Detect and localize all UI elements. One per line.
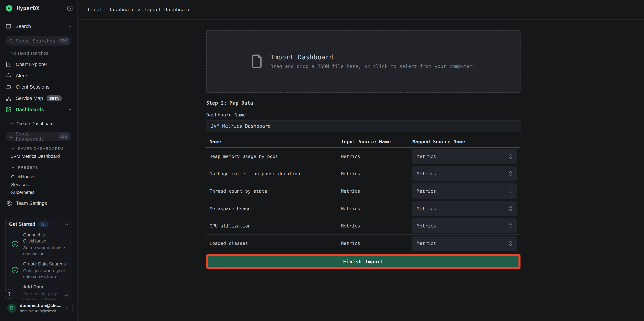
chevron-up-icon: [68, 107, 72, 112]
user-name: dominic.tran@clic...: [20, 303, 61, 308]
column-header-input-source: Input Source Name: [341, 139, 412, 144]
arrow-right-icon: [63, 293, 69, 299]
chevron-up-down-icon: [508, 205, 513, 212]
hyperdx-logo-icon: [5, 4, 13, 12]
chevron-down-icon: [11, 147, 15, 151]
task-subtitle: Configure where your data comes from: [23, 268, 69, 279]
nav-label: Client Sessions: [16, 84, 50, 90]
user-email: dominic.tran@clickh...: [20, 309, 61, 314]
task-subtitle: Set up your database connection: [23, 245, 69, 256]
list-item[interactable]: Kubernetes: [0, 189, 77, 196]
row-input-source: Metrics: [341, 223, 412, 229]
saved-dashboards-group-header[interactable]: SAVED DASHBOARDS: [0, 145, 77, 152]
row-name: Loaded classes: [210, 241, 341, 246]
sidebar-item-team-settings[interactable]: Team Settings: [0, 199, 77, 207]
column-header-mapped-source: Mapped Source Name: [412, 139, 520, 144]
list-item[interactable]: ClickHouse: [0, 173, 77, 181]
row-input-source: Metrics: [341, 206, 412, 211]
dashboard-name-input[interactable]: [206, 120, 520, 132]
selected-value: Metrics: [417, 206, 436, 211]
chevron-up-icon[interactable]: [64, 222, 69, 227]
column-header-name: Name: [210, 139, 341, 144]
check-circle-icon: [11, 267, 19, 274]
chevron-up-down-icon: [508, 187, 513, 195]
mapped-source-select[interactable]: Metrics: [412, 166, 517, 181]
team-settings-label: Team Settings: [16, 201, 47, 206]
chevron-down-icon: [11, 166, 15, 169]
main-area: Create Dashboard > Import Dashboard Impo…: [78, 0, 644, 321]
chart-explorer-icon: [6, 61, 12, 67]
nav-label: Service Map: [16, 95, 43, 101]
search-section-icon: [6, 23, 11, 29]
presets-group-header[interactable]: PRESETS: [0, 164, 77, 171]
mapped-source-select[interactable]: Metrics: [412, 236, 517, 251]
file-icon: [251, 54, 262, 69]
saved-searches-input[interactable]: Saved Searches ⌘K: [6, 36, 71, 46]
selected-value: Metrics: [417, 223, 436, 229]
saved-dashboards-placeholder: Saved Dashboards: [16, 131, 58, 142]
get-started-item-add-data[interactable]: Add Data Start sending logs, metrics, or…: [9, 284, 69, 300]
selected-value: Metrics: [417, 171, 436, 176]
search-icon: [9, 39, 14, 43]
chevron-up-down-icon: [508, 170, 513, 177]
finish-import-button[interactable]: Finish Import: [208, 256, 518, 267]
chevron-up-down-icon: [508, 153, 513, 160]
json-dropzone[interactable]: Import Dashboard Drag and drop a JSON fi…: [206, 30, 520, 93]
breadcrumb-create-dashboard[interactable]: Create Dashboard: [88, 7, 135, 12]
dashboards-grid-icon: [6, 107, 12, 113]
sidebar-divider: [0, 32, 77, 32]
table-header: Name Input Source Name Mapped Source Nam…: [206, 136, 520, 148]
task-subtitle: Start sending logs, metrics, or traces: [23, 291, 61, 300]
row-input-source: Metrics: [341, 189, 412, 194]
mapped-source-select[interactable]: Metrics: [412, 149, 517, 164]
row-name: Heap memory usage by pool: [210, 154, 341, 159]
row-input-source: Metrics: [341, 154, 412, 159]
sidebar-nav: Chart Explorer Alerts Client Sessions: [0, 59, 77, 115]
dashboard-name-label: Dashboard Name: [206, 112, 520, 117]
table-row: Heap memory usage by pool Metrics Metric…: [206, 148, 520, 165]
mapped-source-select[interactable]: Metrics: [412, 201, 517, 216]
saved-dashboards-input[interactable]: Saved Dashboards ⌘K: [6, 132, 71, 141]
get-started-item-data-sources[interactable]: Create Data Sources Configure where your…: [9, 261, 69, 279]
table-row: CPU utilization Metrics Metrics: [206, 217, 520, 235]
import-content: Import Dashboard Drag and drop a JSON fi…: [206, 19, 520, 269]
nav-label: Dashboards: [16, 107, 44, 112]
row-input-source: Metrics: [341, 241, 412, 246]
mapped-source-select[interactable]: Metrics: [412, 218, 517, 233]
chevron-right-icon: [65, 306, 69, 310]
nav-label: Chart Explorer: [16, 62, 47, 67]
nav-label: Alerts: [16, 73, 28, 78]
table-row: Garbage collection pause duration Metric…: [206, 165, 520, 182]
sidebar-item-service-map[interactable]: Service Map BETA: [0, 93, 77, 104]
list-item[interactable]: JVM Metrics Dashboard: [0, 152, 77, 160]
shortcut-badge: ⌘K: [58, 38, 69, 44]
brand-title: HyperDX: [17, 5, 39, 11]
list-item[interactable]: Services: [0, 181, 77, 189]
task-title: Add Data: [23, 284, 61, 290]
highlight-annotation-box: Finish Import: [206, 254, 520, 269]
get-started-header: Get Started 2/3: [9, 221, 69, 227]
sidebar-collapse-icon[interactable]: [67, 5, 73, 11]
mapping-table: Name Input Source Name Mapped Source Nam…: [206, 136, 520, 252]
plus-icon: [10, 121, 14, 126]
user-account-card[interactable]: D dominic.tran@clic... dominic.tran@clic…: [5, 302, 73, 315]
sidebar-item-alerts[interactable]: Alerts: [0, 70, 77, 81]
help-button[interactable]: ?: [4, 289, 14, 299]
progress-badge: 2/3: [38, 221, 49, 227]
sidebar-item-chart-explorer[interactable]: Chart Explorer: [0, 59, 77, 70]
create-dashboard-label: Create Dashboard: [16, 121, 54, 126]
mapped-source-select[interactable]: Metrics: [412, 183, 517, 199]
group-header-label: SAVED DASHBOARDS: [18, 146, 64, 151]
table-row: Metaspace Usage Metrics Metrics: [206, 200, 520, 217]
sidebar-item-dashboards[interactable]: Dashboards: [0, 104, 77, 115]
create-dashboard-button[interactable]: Create Dashboard: [0, 119, 77, 128]
get-started-item-connect[interactable]: Connect to ClickHouse Set up your databa…: [9, 232, 69, 256]
beta-badge: BETA: [47, 95, 62, 101]
row-name: Metaspace Usage: [210, 206, 341, 211]
breadcrumb-import-dashboard[interactable]: Import Dashboard: [144, 7, 191, 12]
sidebar-item-client-sessions[interactable]: Client Sessions: [0, 81, 77, 93]
shortcut-badge: ⌘K: [58, 133, 69, 140]
sidebar-section-search[interactable]: Search: [6, 22, 72, 30]
gear-icon: [6, 200, 12, 206]
task-title: Create Data Sources: [23, 261, 69, 267]
